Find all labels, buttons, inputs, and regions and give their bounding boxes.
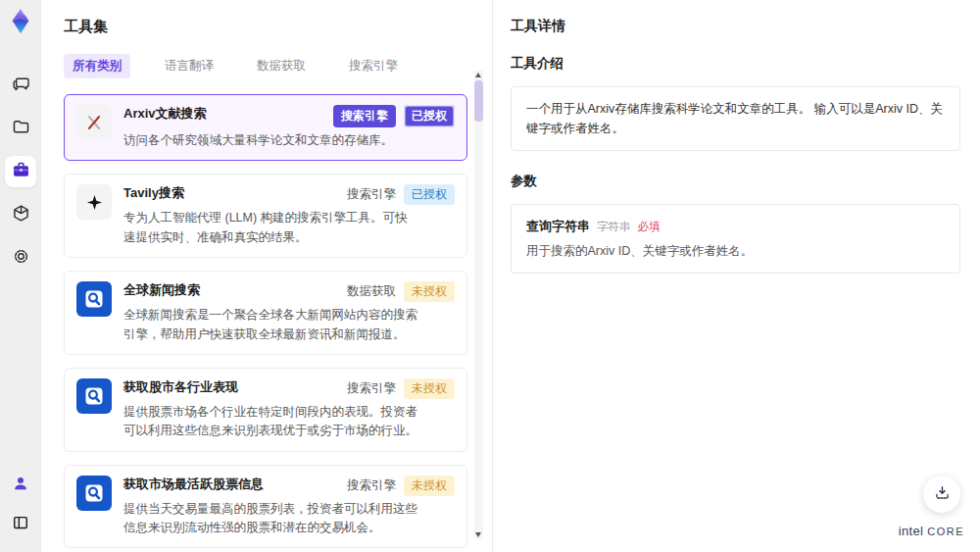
tool-name: 获取股市各行业表现 <box>123 378 238 396</box>
param-card: 查询字符串 字符串 必填 用于搜索的Arxiv ID、关键字或作者姓名。 <box>511 204 960 274</box>
sidebar-item-account[interactable] <box>5 470 36 501</box>
tool-status-badge: 未授权 <box>404 476 455 496</box>
arxiv-logo-icon <box>76 105 112 140</box>
scroll-up-icon[interactable] <box>475 73 481 77</box>
param-type: 字符串 <box>597 220 631 234</box>
param-description: 用于搜索的Arxiv ID、关键字或作者姓名。 <box>526 243 945 260</box>
sidebar-item-settings[interactable] <box>5 242 36 274</box>
scroll-down-icon[interactable] <box>475 532 481 537</box>
tool-detail-panel: 工具详情 工具介绍 一个用于从Arxiv存储库搜索科学论文和文章的工具。 输入可… <box>492 0 980 552</box>
tool-status-badge: 已授权 <box>404 105 455 127</box>
blue-magnifier-icon <box>76 378 112 414</box>
tool-card[interactable]: 获取市场最活跃股票信息 搜索引擎 未授权 提供当天交易量最高的股票列表，投资者可… <box>64 465 467 549</box>
sidebar <box>0 0 41 552</box>
params-section-title: 参数 <box>511 173 960 190</box>
sidebar-item-chat[interactable] <box>5 70 36 101</box>
folder-icon <box>11 117 31 141</box>
gem-logo-icon <box>6 7 35 36</box>
tool-status-badge: 未授权 <box>404 281 455 302</box>
tool-body: Tavily搜索 搜索引擎 已授权 专为人工智能代理 (LLM) 构建的搜索引擎… <box>123 184 455 247</box>
app-window: 工具集 所有类别 语言翻译 数据获取 搜索引擎 Arxiv文献搜索 搜索引擎 已… <box>0 0 980 552</box>
detail-title: 工具详情 <box>511 18 960 35</box>
sidebar-bottom <box>5 470 36 540</box>
sidebar-item-collapse[interactable] <box>5 509 36 540</box>
tool-body: Arxiv文献搜索 搜索引擎 已授权 访问各个研究领域大量科学论文和文章的存储库… <box>123 105 455 150</box>
tool-badges: 搜索引擎 已授权 <box>333 105 455 127</box>
tool-list-panel: 工具集 所有类别 语言翻译 数据获取 搜索引擎 Arxiv文献搜索 搜索引擎 已… <box>41 0 492 552</box>
settings-icon <box>11 246 31 271</box>
param-header: 查询字符串 字符串 必填 <box>526 218 945 235</box>
core-logo-text: CORE <box>927 526 964 537</box>
scrollbar[interactable] <box>474 71 483 539</box>
tool-name: Tavily搜索 <box>123 184 184 202</box>
tab-data-fetch[interactable]: 数据获取 <box>248 54 315 78</box>
tavily-star-icon <box>76 184 112 220</box>
tool-category-badge: 数据获取 <box>347 283 396 300</box>
intro-section-title: 工具介绍 <box>511 55 960 73</box>
tool-category-badge: 搜索引擎 <box>347 477 396 494</box>
download-button[interactable] <box>923 476 960 513</box>
param-required-badge: 必填 <box>638 220 661 234</box>
tool-badges: 数据获取 未授权 <box>347 281 455 302</box>
toolbox-icon <box>11 160 31 184</box>
tool-card[interactable]: 全球新闻搜索 数据获取 未授权 全球新闻搜索是一个聚合全球各大新闻网站内容的搜索… <box>64 271 467 355</box>
tool-category-badge: 搜索引擎 <box>333 105 396 127</box>
tool-category-badge: 搜索引擎 <box>347 186 396 203</box>
param-name: 查询字符串 <box>526 218 590 235</box>
tool-body: 全球新闻搜索 数据获取 未授权 全球新闻搜索是一个聚合全球各大新闻网站内容的搜索… <box>123 281 455 344</box>
page-title: 工具集 <box>64 18 492 36</box>
tool-description: 提供当天交易量最高的股票列表，投资者可以利用这些信息来识别流动性强的股票和潜在的… <box>123 500 419 538</box>
tool-name: 全球新闻搜索 <box>123 281 200 299</box>
tool-body: 获取市场最活跃股票信息 搜索引擎 未授权 提供当天交易量最高的股票列表，投资者可… <box>123 476 455 538</box>
blue-magnifier-icon <box>76 281 112 317</box>
tool-badges: 搜索引擎 已授权 <box>347 184 455 205</box>
tool-description: 全球新闻搜索是一个聚合全球各大新闻网站内容的搜索引擎，帮助用户快速获取全球最新资… <box>123 306 419 344</box>
blue-magnifier-icon <box>76 476 112 511</box>
sidebar-item-plugins[interactable] <box>5 199 36 230</box>
tool-badges: 搜索引擎 未授权 <box>347 476 455 496</box>
tool-name: 获取市场最活跃股票信息 <box>123 476 264 493</box>
panel-toggle-icon <box>11 513 30 536</box>
tool-body: 获取股市各行业表现 搜索引擎 未授权 提供股票市场各个行业在特定时间段内的表现。… <box>123 378 455 441</box>
tool-intro-card: 一个用于从Arxiv存储库搜索科学论文和文章的工具。 输入可以是Arxiv ID… <box>511 86 960 151</box>
tool-description: 专为人工智能代理 (LLM) 构建的搜索引擎工具。可快速提供实时、准确和真实的结… <box>123 209 419 247</box>
tool-card[interactable]: 获取股市各行业表现 搜索引擎 未授权 提供股票市场各个行业在特定时间段内的表现。… <box>64 368 467 452</box>
user-icon <box>11 474 30 497</box>
tab-language-translation[interactable]: 语言翻译 <box>156 54 222 78</box>
intel-core-logo: intel CORE <box>899 524 964 538</box>
tab-all-categories[interactable]: 所有类别 <box>64 54 130 78</box>
download-icon <box>933 483 952 505</box>
tool-status-badge: 未授权 <box>404 378 455 399</box>
cube-icon <box>11 203 31 227</box>
tool-category-badge: 搜索引擎 <box>347 380 396 397</box>
scrollbar-thumb[interactable] <box>474 80 483 122</box>
tool-card[interactable]: Tavily搜索 搜索引擎 已授权 专为人工智能代理 (LLM) 构建的搜索引擎… <box>64 174 467 258</box>
sidebar-item-files[interactable] <box>5 113 36 144</box>
tool-status-badge: 已授权 <box>404 184 455 205</box>
tool-card[interactable]: Arxiv文献搜索 搜索引擎 已授权 访问各个研究领域大量科学论文和文章的存储库… <box>64 94 467 161</box>
chat-icon <box>11 74 31 98</box>
tool-badges: 搜索引擎 未授权 <box>347 378 455 399</box>
tool-description: 提供股票市场各个行业在特定时间段内的表现。投资者可以利用这些信息来识别表现优于或… <box>123 403 419 441</box>
sidebar-nav <box>5 70 36 274</box>
tool-list: Arxiv文献搜索 搜索引擎 已授权 访问各个研究领域大量科学论文和文章的存储库… <box>64 94 467 552</box>
tab-search-engine[interactable]: 搜索引擎 <box>340 54 407 78</box>
tool-name: Arxiv文献搜索 <box>123 105 207 123</box>
tool-description: 访问各个研究领域大量科学论文和文章的存储库。 <box>123 131 419 150</box>
intel-logo-text: intel <box>899 524 923 538</box>
category-tabs: 所有类别 语言翻译 数据获取 搜索引擎 <box>64 54 492 78</box>
sidebar-item-tools[interactable] <box>5 156 36 187</box>
